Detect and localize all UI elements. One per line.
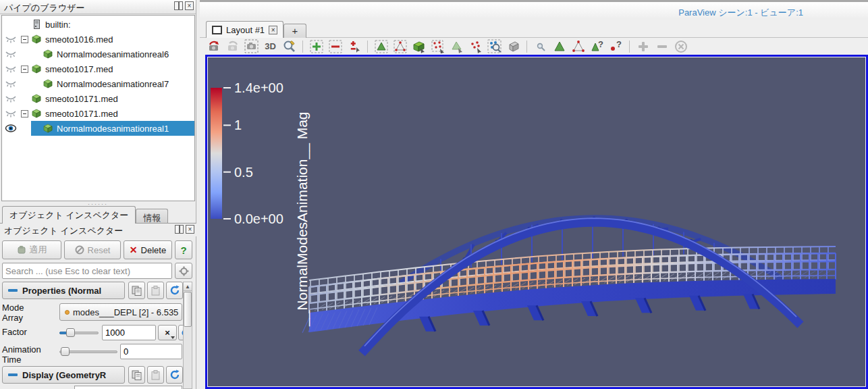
shrink-selection-icon[interactable]: [655, 39, 669, 53]
tree-item[interactable]: Normalmodesanimationreal6: [2, 47, 194, 61]
select-points-on-icon[interactable]: [393, 39, 407, 53]
float-panel-icon[interactable]: [174, 1, 183, 10]
float-panel-icon[interactable]: [175, 225, 184, 234]
grow-selection-icon[interactable]: [636, 39, 650, 53]
select-cells-polygon-icon[interactable]: [450, 39, 464, 53]
visibility-off-eye-icon[interactable]: [2, 49, 20, 59]
tree-item-body[interactable]: smeoto10171.med: [20, 106, 194, 121]
subtract-selection-icon[interactable]: [328, 39, 342, 53]
close-panel-icon[interactable]: ×: [185, 1, 194, 10]
mode-array-combobox[interactable]: modes___DEPL [2] - 6.535: [59, 303, 182, 321]
mesh-cube-icon: [43, 49, 53, 59]
tree-item[interactable]: Normalmodesanimationreal7: [2, 76, 194, 91]
tree-item-body[interactable]: smeoto10171.med: [20, 91, 194, 106]
copy-display-button[interactable]: [128, 366, 145, 384]
visibility-off-eye-icon[interactable]: [2, 64, 20, 74]
color-legend[interactable]: 1.4e+0010.50.0e+00 __NormalModesAnimatio…: [211, 80, 310, 327]
scrollbar-thumb[interactable]: [184, 292, 192, 327]
camera-selection-toolbar: 3D: [200, 38, 868, 55]
add-selection-icon[interactable]: [309, 39, 323, 53]
gear-icon: [179, 266, 189, 276]
properties-section-header[interactable]: Properties (Normal: [2, 282, 125, 299]
factor-input[interactable]: [102, 325, 156, 340]
tree-item[interactable]: smeoto1016.med: [2, 32, 194, 47]
collapse-expander-icon[interactable]: [21, 36, 28, 43]
clear-selection-icon[interactable]: [674, 39, 688, 53]
toggle-2d3d-button[interactable]: 3D: [263, 39, 277, 53]
clear-factor-button[interactable]: ×: [158, 325, 177, 340]
delete-button[interactable]: ✕ Delete: [124, 240, 172, 259]
copy-properties-button[interactable]: [128, 282, 145, 299]
animation-time-input[interactable]: [120, 344, 182, 359]
interactive-select-cells-icon[interactable]: [552, 39, 566, 53]
close-panel-icon[interactable]: ×: [186, 225, 194, 234]
toggle-selection-icon[interactable]: [347, 39, 361, 53]
visibility-on-eye-icon[interactable]: [2, 124, 20, 133]
view-area: ParaView シーン:1 - ビューア:1 Layout #1 × + 3D: [200, 0, 868, 389]
interactive-select-points-icon[interactable]: [571, 39, 585, 53]
factor-slider[interactable]: [59, 328, 99, 338]
zoom-to-data-icon[interactable]: [282, 39, 296, 53]
reset-button[interactable]: Reset: [64, 240, 121, 259]
tab-layout-1[interactable]: Layout #1 ×: [206, 21, 283, 38]
scroll-up-arrow[interactable]: ▲: [184, 282, 192, 291]
pipeline-tree[interactable]: builtin:smeoto1016.medNormalmodesanimati…: [1, 15, 195, 201]
inspector-scrollbar[interactable]: ▲: [183, 282, 192, 389]
search-input[interactable]: [2, 263, 172, 279]
select-points-polygon-icon[interactable]: [468, 39, 483, 53]
tree-item-body[interactable]: builtin:: [20, 17, 194, 32]
mesh-cube-icon: [43, 78, 53, 89]
tree-item-label: builtin:: [45, 20, 71, 30]
visibility-off-eye-icon[interactable]: [2, 34, 20, 44]
tree-item[interactable]: smeoto1017.med: [2, 61, 194, 76]
paraview-window: { "pipeline": { "title": "パイプのブラウザー", "i…: [0, 0, 868, 389]
visibility-off-eye-icon[interactable]: [2, 79, 20, 88]
tree-item-body[interactable]: smeoto1017.med: [20, 61, 194, 76]
interactive-select-zoom-icon[interactable]: [487, 39, 501, 53]
pipeline-browser-header: パイプのブラウザー ×: [0, 0, 196, 14]
tab-object-inspector[interactable]: オブジェクト インスペクター: [2, 206, 136, 224]
apply-button[interactable]: 適用: [2, 240, 61, 259]
camera-redo-icon[interactable]: [225, 39, 240, 53]
reload-properties-button[interactable]: [166, 282, 183, 299]
animation-time-slider[interactable]: [59, 347, 117, 357]
select-cells-through-icon[interactable]: [412, 39, 426, 53]
representation-combobox-partial[interactable]: [74, 386, 182, 389]
select-points-through-icon[interactable]: [431, 39, 445, 53]
interactive-select-icon[interactable]: [533, 39, 547, 53]
bridge-model: [302, 217, 836, 353]
visibility-off-eye-icon[interactable]: [2, 109, 20, 118]
colorbar-ticks: 1.4e+0010.50.0e+00: [223, 80, 283, 226]
tree-item[interactable]: smeoto10171.med: [2, 91, 194, 106]
capture-screenshot-icon[interactable]: [244, 39, 259, 53]
tree-item-body[interactable]: Normalmodesanimationreal6: [31, 47, 194, 61]
help-button[interactable]: ?: [175, 240, 192, 259]
tab-information[interactable]: 情報: [136, 209, 168, 224]
select-block-icon[interactable]: [506, 39, 520, 53]
display-section-header[interactable]: Display (GeometryR: [2, 366, 125, 384]
tree-item[interactable]: smeoto10171.med: [2, 106, 194, 121]
collapse-expander-icon[interactable]: [21, 110, 28, 118]
render-view[interactable]: 1.4e+0010.50.0e+00 __NormalModesAnimatio…: [205, 55, 868, 389]
copy-icon: [132, 286, 142, 296]
reload-display-button[interactable]: [166, 366, 183, 384]
collapse-expander-icon[interactable]: [21, 66, 28, 73]
new-layout-tab[interactable]: +: [283, 24, 306, 38]
tree-item-body[interactable]: smeoto1016.med: [20, 32, 194, 47]
tree-item[interactable]: builtin:: [2, 17, 194, 32]
hover-points-icon[interactable]: ?: [609, 39, 623, 53]
tree-item-selected-body[interactable]: Normalmodesanimationreal1: [31, 121, 194, 136]
mesh-cube-icon: [31, 93, 42, 104]
paste-display-button[interactable]: [147, 366, 164, 384]
hover-cells-icon[interactable]: ?: [590, 39, 604, 53]
apply-icon: [17, 245, 26, 255]
visibility-off-eye-icon[interactable]: [2, 94, 20, 103]
tree-item-body[interactable]: Normalmodesanimationreal7: [31, 76, 194, 91]
search-options-button[interactable]: [175, 263, 192, 279]
select-cells-on-icon[interactable]: [374, 39, 388, 53]
tree-item[interactable]: Normalmodesanimationreal1: [2, 121, 194, 136]
camera-undo-icon[interactable]: [207, 39, 221, 53]
paste-properties-button[interactable]: [147, 282, 164, 299]
close-tab-icon[interactable]: ×: [269, 26, 277, 34]
render-view-canvas[interactable]: 1.4e+0010.50.0e+00 __NormalModesAnimatio…: [208, 57, 865, 386]
